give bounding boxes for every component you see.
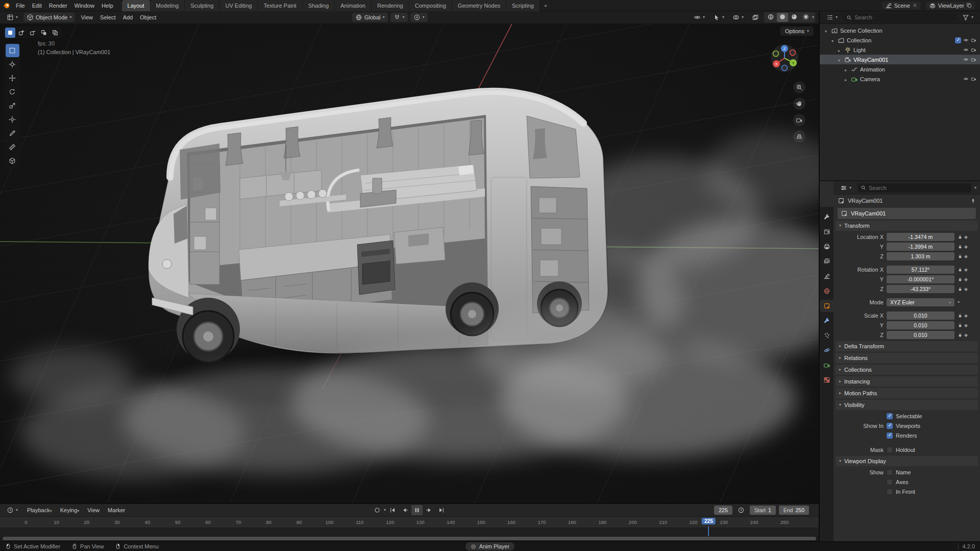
- transform-field-y[interactable]: -1.3994 m: [887, 243, 954, 251]
- outliner-row-light[interactable]: ▸Light: [820, 45, 980, 55]
- hide-in-viewport-toggle[interactable]: [963, 57, 969, 62]
- keyframe-diamond[interactable]: ◆: [964, 323, 968, 328]
- lock-icon[interactable]: [958, 286, 963, 292]
- workspace-tab-animation[interactable]: Animation: [335, 0, 372, 11]
- pause-button[interactable]: [411, 505, 423, 515]
- transform-field-mode[interactable]: XYZ Euler▾: [887, 298, 954, 306]
- keyframe-diamond[interactable]: ◆: [964, 254, 968, 259]
- viewport-display-name-checkbox[interactable]: Name: [887, 469, 911, 475]
- workspace-tab-shading[interactable]: Shading: [303, 0, 335, 11]
- keyframe-diamond[interactable]: ◆: [964, 235, 968, 239]
- workspace-tab-sculpting[interactable]: Sculpting: [185, 0, 219, 11]
- keyframe-diamond[interactable]: ◆: [964, 277, 968, 282]
- visibility-selectable-checkbox[interactable]: Selectable: [887, 413, 922, 419]
- collections-panel-header[interactable]: ▸Collections: [836, 365, 978, 375]
- timeline-ruler[interactable]: 0102030405060708090100110120130140150160…: [0, 517, 819, 528]
- properties-tab-object[interactable]: [820, 300, 834, 312]
- properties-tab-world[interactable]: [820, 285, 834, 297]
- keyframe-diamond[interactable]: ◆: [964, 287, 968, 292]
- auto-keying-toggle[interactable]: [372, 505, 383, 515]
- properties-tab-output[interactable]: [820, 241, 834, 253]
- topbar-menu-edit[interactable]: Edit: [29, 1, 45, 10]
- outliner-expander[interactable]: ▸: [843, 76, 849, 82]
- properties-tab-physics[interactable]: [820, 344, 834, 356]
- viewport-menu-object[interactable]: Object: [136, 13, 160, 22]
- current-frame-indicator[interactable]: 225: [702, 518, 716, 524]
- anim-player-indicator[interactable]: Anim Player: [465, 542, 514, 550]
- timeline-menu-view[interactable]: View: [84, 506, 103, 515]
- viewport-display-axes-checkbox[interactable]: Axes: [887, 479, 908, 485]
- transform-field-z[interactable]: 1.303 m: [887, 252, 954, 260]
- workspace-tab-texture-paint[interactable]: Texture Paint: [258, 0, 302, 11]
- next-keyframe-button[interactable]: [424, 505, 435, 515]
- properties-tab-texture[interactable]: [820, 374, 834, 386]
- pan-button[interactable]: [793, 98, 805, 110]
- visibility-holdout-checkbox[interactable]: Holdout: [887, 447, 915, 453]
- viewport-display-panel-header[interactable]: ▾Viewport Display: [836, 456, 978, 466]
- topbar-menu-help[interactable]: Help: [98, 1, 117, 10]
- transform-field-y[interactable]: 0.010: [887, 321, 954, 329]
- topbar-menu-render[interactable]: Render: [45, 1, 71, 10]
- annotate-tool-button[interactable]: [6, 127, 19, 140]
- previous-keyframe-button[interactable]: [399, 505, 410, 515]
- timeline-body[interactable]: 0102030405060708090100110120130140150160…: [0, 517, 819, 536]
- snapping-dropdown[interactable]: ▾: [390, 13, 408, 22]
- lock-icon[interactable]: [958, 234, 963, 239]
- mode-dropdown[interactable]: Object Mode▾: [23, 13, 75, 22]
- outliner-row-camera[interactable]: ▸Camera: [820, 74, 980, 84]
- viewport-menu-add[interactable]: Add: [119, 13, 137, 22]
- hide-in-viewport-toggle[interactable]: [963, 76, 969, 82]
- visibility-viewports-checkbox[interactable]: Viewports: [887, 423, 920, 429]
- outliner-expander[interactable]: ▸: [836, 47, 842, 53]
- outliner-row-scene-collection[interactable]: ▾Scene Collection: [820, 26, 980, 35]
- properties-tab-particles[interactable]: [820, 329, 834, 342]
- delta-transform-panel-header[interactable]: ▸Delta Transform: [836, 341, 978, 351]
- select-subtract-button[interactable]: [28, 28, 38, 38]
- viewport-menu-view[interactable]: View: [77, 13, 96, 22]
- outliner-search-input[interactable]: [854, 14, 953, 20]
- properties-filter-caret[interactable]: ▾: [974, 186, 976, 190]
- shading-rendered-button[interactable]: [800, 13, 812, 22]
- workspace-tab-geometry-nodes[interactable]: Geometry Nodes: [452, 0, 506, 11]
- select-extend-button[interactable]: [16, 28, 27, 38]
- blender-logo-icon[interactable]: [0, 2, 12, 9]
- transform-field-location-x[interactable]: -1.3474 m: [887, 233, 954, 241]
- transform-tool-button[interactable]: [6, 113, 19, 126]
- select-new-button[interactable]: [5, 28, 15, 38]
- keyframe-diamond[interactable]: ◆: [964, 314, 968, 318]
- lock-icon[interactable]: [958, 323, 963, 328]
- transform-field-z[interactable]: -43.233°: [887, 285, 954, 293]
- select-invert-button[interactable]: [39, 28, 49, 38]
- gizmo-x-neg-axis[interactable]: [790, 50, 796, 56]
- instancing-panel-header[interactable]: ▸Instancing: [836, 376, 978, 387]
- properties-tab-render[interactable]: [820, 226, 834, 238]
- keyframe-diamond[interactable]: ◆: [964, 268, 968, 272]
- workspace-tab-scripting[interactable]: Scripting: [506, 0, 540, 11]
- transform-panel-header[interactable]: ▾Transform: [836, 221, 978, 231]
- transform-field-z[interactable]: 0.010: [887, 331, 954, 339]
- outliner-editor-type-dropdown[interactable]: ▾: [823, 13, 841, 22]
- keyframe-diamond[interactable]: ◆: [964, 245, 968, 249]
- perspective-toggle-button[interactable]: [793, 130, 805, 142]
- outliner-expander[interactable]: ▾: [829, 37, 836, 43]
- add-workspace-button[interactable]: +: [540, 0, 552, 11]
- workspace-tab-compositing[interactable]: Compositing: [409, 0, 452, 11]
- outliner-search[interactable]: [843, 13, 957, 22]
- timeline-menu-keying[interactable]: Keying▾: [57, 506, 83, 515]
- scene-selector[interactable]: Scene: [882, 2, 921, 10]
- workspace-tab-uv-editing[interactable]: UV Editing: [219, 0, 258, 11]
- transform-orientation-dropdown[interactable]: Global▾: [352, 13, 388, 22]
- timeline-menu-marker[interactable]: Marker: [104, 506, 129, 515]
- outliner-row-collection[interactable]: ▾Collection: [820, 35, 980, 45]
- lock-icon[interactable]: [958, 267, 963, 272]
- select-intersect-button[interactable]: [50, 28, 60, 38]
- motion-paths-panel-header[interactable]: ▸Motion Paths: [836, 388, 978, 398]
- lock-icon[interactable]: [958, 313, 963, 318]
- properties-tab-scene[interactable]: [820, 270, 834, 282]
- jump-to-end-button[interactable]: [436, 505, 447, 515]
- toggle-xray-button[interactable]: [749, 13, 762, 22]
- outliner-row-vraycam001[interactable]: ▾VRayCam001: [820, 55, 980, 64]
- select-box-tool-button[interactable]: [6, 44, 19, 57]
- hide-in-viewport-toggle[interactable]: [963, 47, 969, 53]
- scale-tool-button[interactable]: [6, 99, 19, 112]
